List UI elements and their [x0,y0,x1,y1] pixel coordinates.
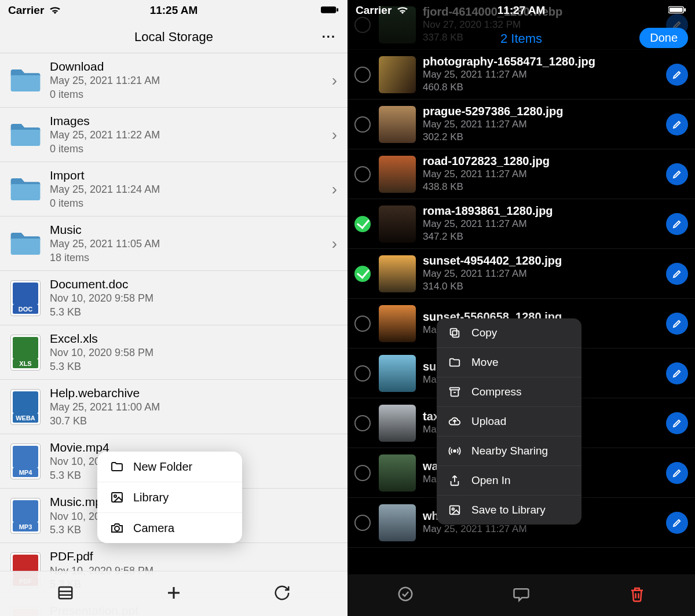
image-row[interactable]: road-1072823_1280.jpgMay 25, 2021 11:27 … [348,149,695,199]
menu-label: Upload [471,415,506,428]
thumbnail [379,106,416,143]
svg-rect-2 [112,493,122,502]
add-menu: New Folder Library Camera [97,452,242,543]
broadcast-icon [448,445,461,457]
edit-button[interactable] [666,313,688,335]
edit-button[interactable] [666,512,688,534]
svg-rect-0 [321,6,336,13]
more-button[interactable]: ··· [322,30,336,45]
select-checkbox[interactable] [354,415,371,431]
done-button[interactable]: Done [639,28,688,48]
select-checkbox[interactable] [354,515,371,531]
folder-icon [7,116,44,153]
item-date: May 25, 2021 11:22 AM [50,129,328,142]
select-checkbox[interactable] [354,116,371,133]
archive-icon [448,386,461,398]
edit-button[interactable] [666,163,688,185]
edit-button[interactable] [666,213,688,235]
menu-nearby[interactable]: Nearby Sharing [437,437,581,466]
folder-icon [7,225,44,262]
list-view-button[interactable] [57,584,74,604]
menu-new-folder[interactable]: New Folder [97,452,242,482]
menu-upload[interactable]: Upload [437,407,581,437]
battery-icon [321,4,339,17]
menu-copy[interactable]: Copy [437,318,581,348]
folder-row[interactable]: DownloadMay 25, 2021 11:21 AM0 items› [0,53,348,108]
item-name: Download [50,59,328,74]
svg-rect-5 [59,587,72,599]
svg-rect-15 [450,388,460,390]
folder-row[interactable]: ImagesMay 25, 2021 11:22 AM0 items› [0,108,348,162]
item-date: May 25, 2021 11:24 AM [50,183,328,196]
delete-button[interactable] [628,585,646,605]
item-size: 347.2 KB [423,230,661,243]
item-name: prague-5297386_1280.jpg [423,105,661,118]
edit-button[interactable] [666,113,688,135]
item-name: photography-1658471_1280.jpg [423,55,661,68]
edit-button[interactable] [666,263,688,285]
folder-icon [7,62,44,99]
file-row[interactable]: DOCDocument.docNov 10, 2020 9:58 PM5.3 K… [0,271,348,325]
select-checkbox[interactable] [354,365,371,382]
file-row[interactable]: XLSExcel.xlsNov 10, 2020 9:58 PM5.3 KB [0,325,348,380]
menu-save-library[interactable]: Save to Library [437,496,581,525]
item-name: Document.doc [50,277,341,292]
item-date: May 25, 2021 11:05 AM [50,237,328,251]
thumbnail [379,454,416,492]
thumbnail [379,355,416,392]
image-icon [110,490,124,504]
select-checkbox[interactable] [354,266,371,282]
image-row[interactable]: sunset-4954402_1280.jpgMay 25, 2021 11:2… [348,249,695,299]
thumbnail [379,405,416,442]
file-type-icon: MP3 [7,497,44,534]
select-checkbox[interactable] [354,166,371,182]
svg-rect-12 [684,8,686,12]
folder-icon [110,460,124,474]
file-type-icon: XLS [7,334,44,371]
menu-open-in[interactable]: Open In [437,466,581,496]
item-name: PDF.pdf [50,549,341,564]
file-row[interactable]: WEBAHelp.webarchiveMay 25, 2021 11:00 AM… [0,380,348,434]
folder-row[interactable]: MusicMay 25, 2021 11:05 AM18 items› [0,217,348,271]
thumbnail [379,206,416,243]
select-checkbox[interactable] [354,465,371,481]
selection-count: 2 Items [500,31,542,46]
edit-button[interactable] [666,362,688,384]
status-bar: Carrier 11:27 AM [348,0,695,21]
item-count: 0 items [50,142,328,156]
edit-button[interactable] [666,462,688,484]
image-row[interactable]: photography-1658471_1280.jpgMay 25, 2021… [348,50,695,100]
menu-camera[interactable]: Camera [97,513,242,543]
image-row[interactable]: prague-5297386_1280.jpgMay 25, 2021 11:2… [348,100,695,149]
select-checkbox[interactable] [354,216,371,232]
item-name: Import [50,168,328,183]
select-all-button[interactable] [397,585,414,605]
edit-button[interactable] [666,412,688,434]
item-size: 5.3 KB [50,306,341,319]
svg-point-4 [115,526,119,531]
item-name: road-1072823_1280.jpg [423,155,661,168]
nav-header: Local Storage ··· [0,21,348,53]
folder-icon [7,171,44,208]
thumbnail [379,504,416,541]
edit-button[interactable] [666,64,688,86]
menu-library[interactable]: Library [97,482,242,513]
message-button[interactable] [513,585,530,605]
item-date: Nov 10, 2020 9:58 PM [50,292,341,305]
sync-button[interactable] [273,584,291,604]
menu-compress[interactable]: Compress [437,377,581,407]
select-checkbox[interactable] [354,316,371,332]
folder-row[interactable]: ImportMay 25, 2021 11:24 AM0 items› [0,162,348,217]
add-button[interactable] [165,584,182,604]
menu-move[interactable]: Move [437,348,581,377]
selection-header: 2 Items Done [348,21,695,57]
folder-icon [448,356,461,369]
image-row[interactable]: roma-1893861_1280.jpgMay 25, 2021 11:27 … [348,199,695,249]
bottom-toolbar [0,571,348,616]
select-checkbox[interactable] [354,67,371,83]
item-name: Images [50,113,328,129]
svg-rect-11 [670,8,683,12]
svg-rect-18 [450,506,460,515]
item-size: 30.7 KB [50,415,341,428]
item-name: Help.webarchive [50,386,341,401]
